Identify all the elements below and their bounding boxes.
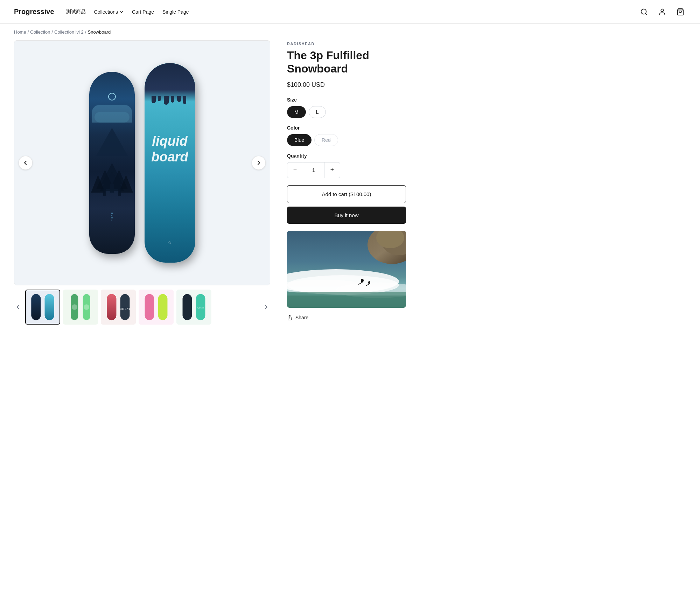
moon [108, 93, 116, 100]
svg-text:PATENT: PATENT [120, 307, 130, 311]
account-icon [658, 8, 666, 16]
product-info: RADISHEAD The 3p Fulfilled Snowboard $10… [287, 40, 406, 325]
svg-rect-23 [107, 294, 117, 320]
thumb-5-svg: Hydrogen [179, 292, 209, 322]
svg-rect-28 [183, 294, 192, 320]
size-buttons: M L [287, 106, 406, 118]
gallery-section: liquid board ⬡ [14, 40, 270, 325]
svg-point-43 [368, 281, 370, 284]
svg-point-1 [661, 9, 663, 11]
trees-svg [91, 156, 133, 208]
thumb-next-icon [263, 304, 269, 310]
clouds-2 [94, 112, 130, 123]
size-option-m[interactable]: M [287, 106, 306, 118]
collections-label: Collections [94, 9, 118, 15]
svg-rect-11 [118, 189, 121, 196]
product-price: $100.00 USD [287, 81, 406, 89]
quantity-control: − 1 + [287, 162, 340, 178]
quantity-value: 1 [303, 167, 324, 173]
ocean-scene-svg [287, 231, 406, 308]
svg-rect-40 [287, 296, 406, 308]
board-right: liquid board ⬡ [145, 63, 195, 263]
share-button[interactable]: Share [287, 315, 308, 320]
chevron-left-icon [23, 160, 28, 166]
search-icon [640, 8, 648, 16]
breadcrumb-product: Snowboard [88, 29, 111, 35]
size-label: Size [287, 97, 406, 103]
chevron-right-icon [256, 160, 261, 166]
brand-logo[interactable]: Progressive [14, 8, 54, 16]
thumbnails-next-button[interactable] [262, 303, 270, 311]
thumbnails-container: PATENT Hydrogen [25, 290, 259, 325]
cart-button[interactable] [675, 6, 686, 18]
thumbnail-4[interactable] [139, 290, 174, 325]
board-logo: liquid board [149, 128, 191, 178]
thumb-3-svg: PATENT [104, 292, 133, 322]
thumbnail-5[interactable]: Hydrogen [176, 290, 211, 325]
thumbnail-3[interactable]: PATENT [101, 290, 136, 325]
navbar: Progressive 测试商品 Collections Cart Page S… [0, 0, 700, 24]
size-option-l[interactable]: L [309, 106, 326, 118]
board-logo-svg: liquid board [149, 128, 191, 177]
svg-rect-17 [45, 294, 54, 320]
size-option-group: Size M L [287, 97, 406, 118]
thumbnail-1[interactable] [25, 290, 60, 325]
navbar-icons [638, 6, 686, 18]
nav-link-cart-page[interactable]: Cart Page [128, 8, 158, 16]
thumbnails-prev-button[interactable] [14, 303, 22, 311]
breadcrumb-sep-2: / [51, 29, 53, 35]
thumbnail-2[interactable] [63, 290, 98, 325]
breadcrumb-collection[interactable]: Collection [30, 29, 50, 35]
color-label: Color [287, 125, 406, 131]
shopify-mark: ⬡ [168, 241, 172, 244]
chevron-down-icon [119, 10, 124, 14]
thumbnails-row: PATENT Hydrogen [14, 290, 270, 325]
nav-link-single-page[interactable]: Single Page [159, 8, 192, 16]
color-option-red[interactable]: Red [314, 134, 338, 146]
mountain [96, 128, 128, 156]
breadcrumb-sep-3: / [85, 29, 86, 35]
search-button[interactable] [638, 6, 650, 18]
svg-rect-26 [145, 294, 154, 320]
drip-drops [145, 96, 195, 110]
thumb-4-svg [141, 292, 171, 322]
breadcrumb: Home / Collection / Collection lvl 2 / S… [0, 24, 700, 40]
svg-text:liquid: liquid [152, 133, 188, 148]
nav-link-collections[interactable]: Collections [91, 8, 127, 16]
svg-rect-10 [103, 189, 106, 196]
svg-point-41 [361, 279, 364, 282]
account-button[interactable] [657, 6, 668, 18]
share-label: Share [295, 315, 308, 320]
color-option-group: Color Blue Red [287, 125, 406, 146]
quantity-label: Quantity [287, 153, 406, 159]
quantity-section: Quantity − 1 + [287, 153, 406, 178]
nav-link-chinese[interactable]: 测试商品 [63, 7, 89, 16]
gallery-prev-button[interactable] [19, 156, 33, 170]
svg-rect-9 [110, 184, 114, 193]
trees [89, 152, 135, 208]
share-icon [287, 315, 293, 320]
thumb-prev-icon [15, 304, 21, 310]
svg-rect-15 [31, 294, 41, 320]
add-to-cart-button[interactable]: Add to cart ($100.00) [287, 185, 406, 203]
nav-links: 测试商品 Collections Cart Page Single Page [63, 7, 638, 16]
thumb-1-svg [28, 292, 57, 322]
thumb-2-svg [66, 292, 95, 322]
drip-cap [145, 63, 195, 102]
svg-text:Hydrogen: Hydrogen [197, 307, 204, 309]
quantity-decrease-button[interactable]: − [287, 162, 303, 178]
board-left [89, 72, 135, 254]
buy-now-button[interactable]: Buy it now [287, 207, 406, 224]
svg-text:board: board [151, 149, 188, 164]
svg-rect-27 [158, 294, 168, 320]
breadcrumb-home[interactable]: Home [14, 29, 26, 35]
snowboard-display: liquid board ⬡ [75, 41, 209, 285]
breadcrumb-sep-1: / [28, 29, 29, 35]
color-option-blue[interactable]: Blue [287, 134, 312, 146]
breadcrumb-collection-lvl2[interactable]: Collection lvl 2 [54, 29, 84, 35]
reflection-dots [111, 213, 113, 222]
svg-point-20 [72, 304, 77, 310]
gallery-next-button[interactable] [252, 156, 266, 170]
quantity-increase-button[interactable]: + [324, 162, 340, 178]
vendor-label: RADISHEAD [287, 42, 406, 46]
